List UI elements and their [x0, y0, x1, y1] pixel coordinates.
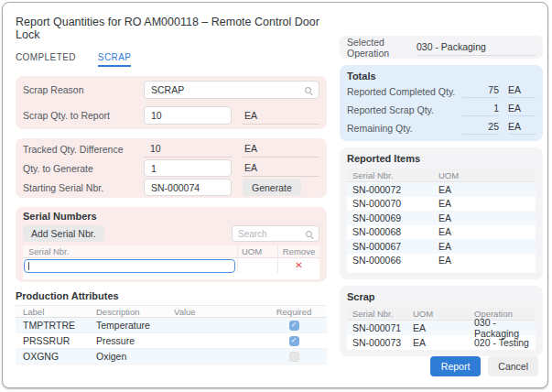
- totals-row: Reported Scrap Qty. 1 EA: [347, 101, 536, 118]
- tab-bar: COMPLETED SCRAP: [16, 52, 327, 67]
- scrap-reason-label: Scrap Reason: [23, 84, 144, 95]
- item-operation: 030 - Packaging: [474, 317, 536, 339]
- serial-number-row: ✕: [23, 258, 319, 273]
- list-item: SN-000066 EA: [347, 254, 536, 268]
- item-serial: SN-000072: [347, 184, 438, 195]
- tab-scrap[interactable]: SCRAP: [98, 52, 131, 67]
- left-column: Report Quantities for RO AM000118 – Remo…: [16, 10, 327, 365]
- scrap-qty-value: 10: [151, 110, 162, 121]
- tab-completed[interactable]: COMPLETED: [16, 52, 76, 67]
- check-icon: ✓: [291, 337, 298, 344]
- total-label: Remaining Qty.: [347, 123, 462, 134]
- required-checkbox[interactable]: ✓: [289, 352, 299, 362]
- total-value: 1: [462, 103, 499, 116]
- list-item: SN-000067 EA: [347, 239, 536, 254]
- generate-panel: Tracked Qty. Difference 10 EA Qty. to Ge…: [16, 138, 327, 198]
- item-serial: SN-000070: [347, 198, 438, 209]
- report-button[interactable]: Report: [430, 356, 482, 376]
- scrap-title: Scrap: [347, 291, 536, 302]
- production-attributes-header: Label Description Value Required: [16, 305, 327, 318]
- table-row: PRSSRUR Pressure ✓: [16, 333, 327, 349]
- required-checkbox[interactable]: ✓: [289, 336, 299, 346]
- starting-serial-label: Starting Serial Nbr.: [23, 182, 144, 193]
- scrap-table: Serial Nbr. UOM Operation SN-000071 EA 0…: [347, 307, 536, 350]
- dialog-footer: Report Cancel: [430, 356, 538, 376]
- cancel-button[interactable]: Cancel: [488, 356, 538, 376]
- required-checkbox[interactable]: ✓: [289, 321, 299, 331]
- serial-numbers-toolbar: Add Serial Nbr. Search: [23, 225, 319, 242]
- selected-operation-panel: Selected Operation 030 - Packaging: [340, 36, 543, 59]
- item-serial: SN-000073: [347, 337, 413, 348]
- scrap-qty-label: Scrap Qty. to Report: [23, 110, 144, 121]
- total-label: Reported Scrap Qty.: [347, 104, 462, 115]
- column-remove: Remove: [277, 245, 319, 257]
- scrap-qty-row: Scrap Qty. to Report 10 EA: [23, 103, 319, 128]
- item-uom: EA: [438, 184, 536, 195]
- list-item: SN-000068 EA: [347, 225, 536, 240]
- attr-description: Pressure: [96, 335, 174, 346]
- search-icon[interactable]: [304, 86, 312, 94]
- column-uom: UOM: [237, 245, 277, 257]
- column-value: Value: [174, 307, 261, 317]
- production-attributes-title: Production Attributes: [16, 290, 327, 301]
- tracked-qty-value: 10: [144, 140, 232, 158]
- attr-description: Oxigen: [96, 351, 174, 362]
- scrap-reason-row: Scrap Reason SCRAP: [23, 77, 319, 103]
- total-value: 25: [462, 121, 499, 135]
- serial-search-input[interactable]: Search: [232, 225, 319, 242]
- column-description: Description: [96, 307, 174, 317]
- selected-operation-label: Selected Operation: [347, 37, 417, 59]
- reported-items-title: Reported Items: [347, 153, 536, 164]
- total-uom: EA: [508, 84, 536, 98]
- scrap-panel: Scrap Serial Nbr. UOM Operation SN-00007…: [340, 286, 543, 356]
- item-serial: SN-000068: [347, 226, 438, 237]
- item-uom: EA: [438, 198, 536, 209]
- remove-icon[interactable]: ✕: [295, 261, 302, 270]
- column-uom: UOM: [438, 170, 536, 180]
- total-label: Reported Completed Qty.: [347, 86, 462, 97]
- starting-serial-row: Starting Serial Nbr. SN-000074 Generate: [23, 178, 319, 197]
- reported-items-table: Serial Nbr. UOM SN-000072 EA SN-000070 E…: [347, 169, 536, 273]
- serial-numbers-table: Serial Nbr. UOM Remove ✕: [23, 245, 319, 279]
- generate-button[interactable]: Generate: [243, 179, 301, 196]
- item-uom: EA: [413, 337, 474, 348]
- item-uom: EA: [438, 241, 536, 252]
- attr-description: Temperature: [96, 320, 174, 331]
- item-operation: 020 - Testing: [474, 337, 536, 348]
- selected-operation-value[interactable]: 030 - Packaging: [417, 39, 536, 56]
- scrap-reason-panel: Scrap Reason SCRAP Scrap Qty. to Report …: [16, 76, 327, 129]
- list-item: SN-000070 EA: [347, 197, 536, 212]
- totals-title: Totals: [347, 71, 536, 82]
- total-value: 75: [462, 84, 499, 98]
- serial-numbers-table-header: Serial Nbr. UOM Remove: [23, 245, 319, 258]
- serial-number-input[interactable]: [24, 259, 235, 273]
- scrap-reason-input[interactable]: SCRAP: [144, 81, 319, 99]
- totals-panel: Totals Reported Completed Qty. 75 EA Rep…: [340, 65, 543, 141]
- search-placeholder: Search: [238, 229, 267, 239]
- list-item: SN-000071 EA 030 - Packaging: [347, 321, 536, 335]
- check-icon: ✓: [291, 321, 298, 329]
- starting-serial-input[interactable]: SN-000074: [144, 179, 232, 196]
- attr-label: OXGNG: [16, 351, 96, 362]
- text-cursor: [28, 262, 29, 270]
- qty-to-generate-value: 1: [151, 163, 157, 174]
- column-serial-nbr: Serial Nbr.: [23, 246, 237, 256]
- item-serial: SN-000069: [347, 212, 438, 223]
- list-item: SN-000073 EA 020 - Testing: [347, 335, 536, 350]
- qty-to-generate-input[interactable]: 1: [144, 159, 232, 177]
- attr-label: PRSSRUR: [16, 335, 96, 346]
- qty-to-generate-row: Qty. to Generate 1 EA: [23, 158, 319, 178]
- add-serial-button[interactable]: Add Serial Nbr.: [23, 225, 104, 242]
- list-item: SN-000072 EA: [347, 182, 536, 197]
- qty-to-generate-uom: EA: [243, 159, 319, 177]
- column-required: Required: [261, 307, 327, 317]
- list-item: SN-000069 EA: [347, 211, 536, 225]
- serial-numbers-panel: Serial Numbers Add Serial Nbr. Search Se…: [16, 207, 327, 282]
- serial-row-uom: [237, 258, 277, 273]
- totals-row: Reported Completed Qty. 75 EA: [347, 82, 536, 100]
- column-label: Label: [16, 307, 96, 317]
- scrap-qty-input[interactable]: 10: [144, 106, 232, 125]
- starting-serial-value: SN-000074: [151, 182, 200, 193]
- empty-row-strip: [23, 273, 319, 279]
- reported-items-panel: Reported Items Serial Nbr. UOM SN-000072…: [340, 147, 543, 279]
